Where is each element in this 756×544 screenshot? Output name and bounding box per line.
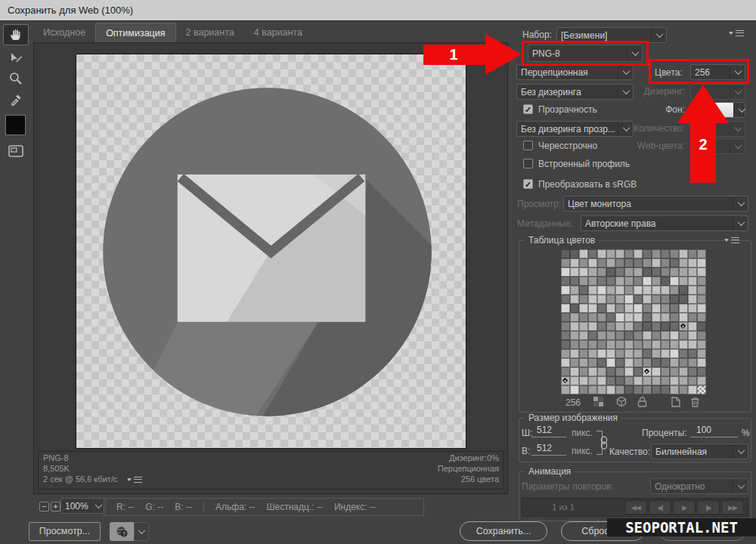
color-swatch[interactable] — [679, 286, 688, 295]
color-swatch[interactable] — [615, 295, 624, 304]
color-swatch[interactable] — [615, 367, 624, 376]
color-swatch[interactable] — [597, 322, 606, 331]
color-swatch[interactable] — [670, 331, 679, 340]
color-swatch[interactable] — [615, 249, 624, 258]
color-swatch[interactable] — [661, 286, 670, 295]
save-button[interactable]: Сохранить... — [460, 521, 547, 541]
color-swatch[interactable] — [697, 267, 706, 277]
color-swatch[interactable] — [561, 340, 570, 349]
color-swatch[interactable] — [597, 249, 606, 258]
color-swatch[interactable] — [643, 304, 652, 313]
color-swatch[interactable] — [624, 249, 634, 258]
color-swatch[interactable] — [570, 304, 579, 313]
color-swatch[interactable] — [670, 258, 679, 267]
color-swatch[interactable] — [679, 340, 688, 349]
color-swatch[interactable] — [661, 277, 670, 286]
color-swatch[interactable] — [634, 376, 643, 385]
color-swatch[interactable] — [634, 358, 643, 367]
color-swatch[interactable] — [570, 331, 579, 340]
color-swatch[interactable] — [615, 331, 624, 340]
color-swatch[interactable] — [697, 295, 706, 304]
color-swatch[interactable] — [643, 313, 652, 322]
color-swatch[interactable] — [679, 267, 688, 277]
color-swatch[interactable] — [679, 304, 688, 313]
color-swatch[interactable] — [652, 277, 661, 286]
color-swatch[interactable] — [597, 340, 606, 349]
color-swatch[interactable] — [652, 331, 661, 340]
color-swatch[interactable] — [597, 295, 606, 304]
color-swatch[interactable] — [579, 313, 588, 322]
color-swatch[interactable] — [561, 267, 570, 277]
color-swatch[interactable] — [597, 258, 606, 267]
color-swatch[interactable] — [634, 349, 643, 358]
hand-tool[interactable] — [3, 24, 29, 45]
color-swatch[interactable] — [579, 267, 588, 277]
color-swatch[interactable] — [606, 367, 615, 376]
color-swatch[interactable] — [670, 286, 679, 295]
color-swatch[interactable] — [579, 340, 588, 349]
color-swatch[interactable] — [570, 340, 579, 349]
color-swatch[interactable] — [661, 267, 670, 277]
color-swatch[interactable] — [643, 340, 652, 349]
color-swatch[interactable] — [661, 367, 670, 376]
color-swatch[interactable] — [579, 258, 588, 267]
color-swatch[interactable] — [570, 277, 579, 286]
color-swatch[interactable] — [570, 267, 579, 277]
color-swatch[interactable] — [643, 286, 652, 295]
zoom-in-button[interactable]: + — [51, 502, 60, 512]
color-swatch[interactable] — [606, 385, 615, 394]
color-swatch[interactable] — [579, 286, 588, 295]
zoom-out-button[interactable]: − — [39, 502, 49, 512]
color-swatch[interactable] — [652, 258, 661, 267]
color-swatch[interactable] — [634, 340, 643, 349]
color-swatch[interactable] — [570, 358, 579, 367]
color-swatch[interactable] — [579, 331, 588, 340]
color-swatch[interactable] — [634, 385, 643, 394]
color-swatch[interactable] — [561, 349, 570, 358]
color-swatch[interactable] — [570, 295, 579, 304]
color-swatch[interactable] — [643, 258, 652, 267]
web-shift-cube-icon[interactable] — [615, 396, 627, 410]
color-swatch[interactable] — [561, 304, 570, 313]
color-swatch[interactable] — [670, 313, 679, 322]
color-swatch[interactable] — [688, 258, 697, 267]
color-swatch[interactable] — [652, 295, 661, 304]
color-swatch[interactable] — [615, 286, 624, 295]
color-swatch[interactable] — [652, 349, 661, 358]
color-swatch[interactable] — [652, 367, 661, 376]
color-swatch[interactable] — [606, 249, 615, 258]
color-swatch[interactable] — [634, 322, 643, 331]
color-swatch[interactable] — [643, 376, 652, 385]
color-swatch[interactable] — [652, 249, 661, 258]
color-swatch[interactable] — [561, 322, 570, 331]
color-swatch[interactable] — [643, 331, 652, 340]
height-input[interactable]: 512 — [531, 443, 566, 456]
color-swatch[interactable] — [652, 322, 661, 331]
preview-select[interactable]: Цвет монитора — [563, 196, 748, 212]
tab-4up[interactable]: 4 варианта — [244, 23, 312, 42]
color-swatch[interactable] — [670, 367, 679, 376]
color-swatch[interactable] — [606, 286, 615, 295]
color-swatch[interactable] — [679, 295, 688, 304]
color-swatch[interactable] — [615, 258, 624, 267]
color-swatch[interactable] — [597, 304, 606, 313]
interlaced-checkbox[interactable] — [523, 141, 533, 150]
color-swatch[interactable] — [652, 340, 661, 349]
eyedropper-tool[interactable] — [3, 89, 29, 110]
color-swatch[interactable] — [670, 295, 679, 304]
color-swatch[interactable] — [606, 322, 615, 331]
color-swatch[interactable] — [561, 258, 570, 267]
color-swatch[interactable] — [615, 340, 624, 349]
color-swatch[interactable] — [670, 385, 679, 394]
color-swatch[interactable] — [679, 313, 688, 322]
color-swatch[interactable] — [579, 358, 588, 367]
lock-color-icon[interactable] — [637, 396, 648, 410]
color-swatch[interactable] — [634, 249, 643, 258]
color-swatch[interactable] — [688, 367, 697, 376]
quality-select[interactable]: Билинейная — [651, 444, 748, 459]
color-swatch[interactable] — [679, 258, 688, 267]
color-swatch[interactable] — [597, 267, 606, 277]
srgb-checkbox[interactable]: ✓ — [523, 179, 533, 189]
color-swatch[interactable] — [579, 322, 588, 331]
color-swatch[interactable] — [624, 277, 634, 286]
